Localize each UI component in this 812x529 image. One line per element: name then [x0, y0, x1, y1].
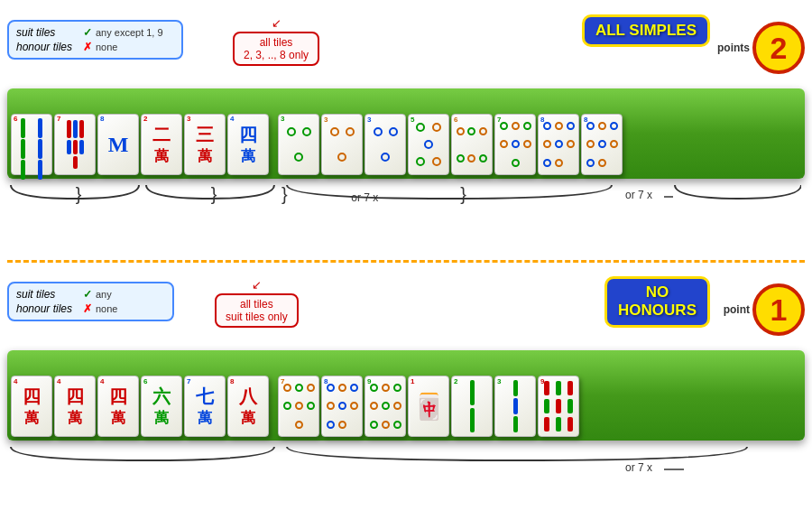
tile-bot-circle9: 9	[364, 376, 406, 437]
tile-bot-char6: 6 六 萬	[141, 376, 182, 437]
tile-bot-char7: 7 七 萬	[184, 376, 226, 437]
tile-bot-char4b: 4 四 萬	[54, 376, 96, 437]
suit-label-bottom: suit tiles	[16, 288, 79, 301]
annotation-box-bottom: all tiles suit tiles only	[215, 293, 299, 328]
section-all-simples: suit tiles ✓ any except 1, 9 honour tile…	[7, 7, 805, 251]
annotation-top: ↙ all tiles 2, 3, .., 8 only	[233, 16, 319, 66]
tile-bot-char8: 8 八 萬	[227, 376, 269, 437]
points-label-top: points	[717, 42, 750, 54]
braces-svg-bottom: or 7 x	[7, 442, 801, 478]
tile-circle5: 5	[408, 114, 449, 175]
points-area-top: points 2	[717, 22, 805, 74]
points-area-bottom: point 1	[724, 283, 805, 336]
suit-value-bottom: any	[96, 289, 112, 300]
badge-no-honours: NO HONOURS	[604, 276, 710, 328]
badge-all-simples: ALL SIMPLES	[582, 14, 710, 47]
ann-line2-top: 2, 3, .., 8 only	[244, 49, 309, 61]
tile-circle8a: 8	[538, 114, 579, 175]
tile-bot-bamboo3: 3	[494, 376, 536, 437]
suit-value: any except 1, 9	[96, 27, 163, 38]
info-box-top: suit tiles ✓ any except 1, 9 honour tile…	[7, 20, 183, 60]
info-box-bottom: suit tiles ✓ any honour tiles ✗ none	[7, 282, 174, 321]
tile-bot-char4c: 4 四 萬	[97, 376, 139, 437]
annotation-arrow-top: ↙	[233, 16, 319, 30]
points-label-bottom: point	[724, 303, 750, 316]
badge-text-no-honours: NO HONOURS	[618, 283, 697, 320]
annotation-arrow-bottom: ↙	[215, 278, 299, 292]
tile-circle7: 7	[494, 114, 536, 175]
honour-cross-bottom: ✗	[83, 302, 92, 315]
tile-bot-circle7: 7	[278, 376, 319, 437]
tile-bot-circle8: 8	[321, 376, 363, 437]
ann-line1-top: all tiles	[244, 36, 309, 49]
honour-label: honour tiles	[16, 41, 79, 53]
tile-circle3a: 3	[278, 114, 319, 175]
honour-cross: ✗	[83, 41, 92, 53]
tile-char2: 2 二 萬	[141, 114, 182, 175]
suit-label: suit tiles	[16, 26, 79, 39]
tile-bot-special: 1 🀄	[408, 376, 449, 437]
tile-shelf-top: 6 7	[7, 88, 805, 179]
svg-text:or 7 x: or 7 x	[625, 189, 652, 201]
braces-svg-top: or 7 x	[7, 181, 801, 217]
honour-label-bottom: honour tiles	[16, 302, 79, 315]
badge-text-all-simples: ALL SIMPLES	[595, 22, 697, 40]
tile-char4: 4 四 萬	[227, 114, 269, 175]
suit-check: ✓	[83, 26, 92, 39]
suit-row: suit tiles ✓ any except 1, 9	[16, 26, 174, 39]
tile-bamboo7: 7	[54, 114, 96, 175]
tile-bot-bamboo9: 9	[538, 376, 579, 437]
honour-row-bottom: honour tiles ✗ none	[16, 302, 165, 315]
tile-circle3c: 3	[364, 114, 406, 175]
points-value-top: 2	[770, 31, 788, 66]
suit-check-bottom: ✓	[83, 288, 92, 301]
tile-char3: 3 三 萬	[184, 114, 226, 175]
honour-value-bottom: none	[96, 303, 117, 314]
tile-bamboo6: 6	[11, 114, 52, 175]
tile-circle3b: 3	[321, 114, 363, 175]
main-layout: suit tiles ✓ any except 1, 9 honour tile…	[0, 0, 812, 529]
tile-shelf-bottom: 4 四 萬 4 四 萬 4 四 萬	[7, 350, 805, 441]
tile-circle6: 6	[451, 114, 493, 175]
ann-line2-bottom: suit tiles only	[226, 311, 288, 323]
tile-bot-bamboo2: 2	[451, 376, 493, 437]
annotation-bottom: ↙ all tiles suit tiles only	[215, 278, 299, 328]
honour-row: honour tiles ✗ none	[16, 41, 174, 53]
annotation-box-top: all tiles 2, 3, .., 8 only	[233, 32, 319, 66]
points-circle-top: 2	[752, 22, 805, 74]
ann-line1-bottom: all tiles	[226, 298, 288, 311]
tile-circle8b: 8	[581, 114, 623, 175]
separator	[7, 260, 805, 263]
suit-row-bottom: suit tiles ✓ any	[16, 288, 165, 301]
points-value-bottom: 1	[770, 292, 788, 328]
tile-bot-char4a: 4 四 萬	[11, 376, 52, 437]
honour-value: none	[96, 42, 117, 52]
tile-bamboo8: 8 M	[97, 114, 139, 175]
points-circle-bottom: 1	[752, 283, 805, 336]
svg-text:or 7 x: or 7 x	[625, 461, 652, 474]
section-no-honours: suit tiles ✓ any honour tiles ✗ none ↙ a…	[7, 269, 805, 513]
